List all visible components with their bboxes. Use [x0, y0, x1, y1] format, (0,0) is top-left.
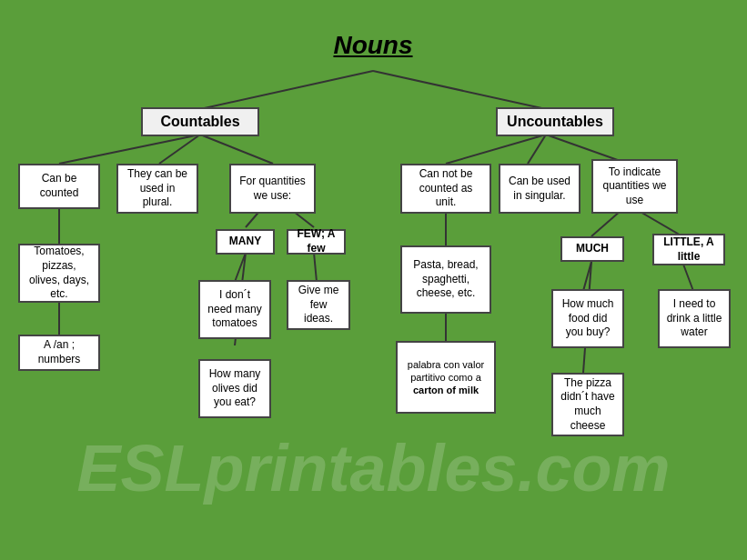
pizza-didnt-node: The pizza didn´t have much cheese — [551, 373, 624, 436]
connectors-svg — [0, 0, 747, 560]
svg-line-3 — [159, 135, 200, 164]
how-much-food-node: How much food did you buy? — [551, 289, 624, 348]
svg-line-4 — [200, 135, 273, 164]
title-node: Nouns — [328, 25, 419, 66]
svg-line-2 — [59, 135, 200, 164]
dont-need-many-node: I don´t need many tomatoes — [198, 280, 271, 339]
svg-line-19 — [583, 262, 591, 291]
chart-container: Nouns Countables Uncountables Can be cou… — [0, 0, 747, 560]
svg-line-9 — [235, 253, 246, 282]
i-need-to-drink-node: I need to drink a little water — [658, 289, 731, 348]
pasta-node: Pasta, bread, spaghetti, cheese, etc. — [400, 245, 491, 314]
svg-line-11 — [314, 253, 317, 282]
few-node: FEW; A few — [287, 229, 346, 255]
how-many-olives-node: How many olives did you eat? — [198, 359, 271, 418]
svg-line-12 — [446, 135, 546, 164]
give-me-few-node: Give me few ideas. — [287, 280, 350, 330]
little-node: LITTLE, A little — [652, 234, 725, 265]
can-be-used-singular-node: Can be used in singular. — [499, 164, 580, 214]
svg-line-13 — [528, 135, 546, 164]
svg-line-21 — [682, 262, 693, 291]
palabra-text: palabra con valor partitivo como a carto… — [403, 358, 489, 397]
to-indicate-quantities-node: To indicate quantities we use — [591, 159, 678, 214]
uncountables-node: Uncountables — [496, 107, 614, 136]
can-be-used-plural-node: They can be used in plural. — [116, 164, 198, 214]
tomatoes-node: Tomatoes, pizzas, olives, days, etc. — [18, 244, 100, 303]
for-quantities-node: For quantities we use: — [229, 164, 316, 214]
watermark: ESLprintables.com — [76, 431, 670, 505]
can-not-be-counted-node: Can not be counted as unit. — [400, 164, 491, 214]
many-node: MANY — [216, 229, 275, 255]
can-be-counted-node: Can be counted — [18, 164, 100, 209]
palabra-node: palabra con valor partitivo como a carto… — [396, 341, 496, 414]
much-node: MUCH — [560, 236, 624, 262]
svg-line-1 — [373, 71, 546, 109]
countables-node: Countables — [141, 107, 259, 136]
a-an-numbers-node: A /an ; numbers — [18, 335, 100, 371]
svg-line-0 — [200, 71, 373, 109]
